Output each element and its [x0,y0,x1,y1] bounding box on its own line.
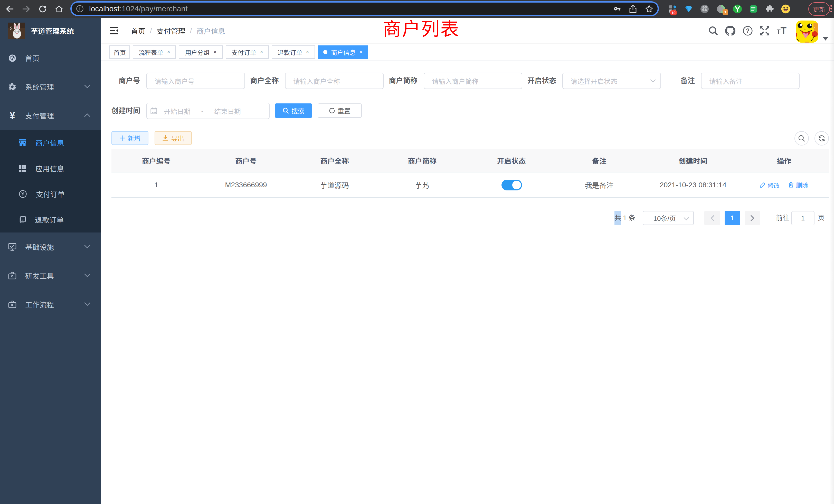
svg-text:?: ? [746,27,749,34]
